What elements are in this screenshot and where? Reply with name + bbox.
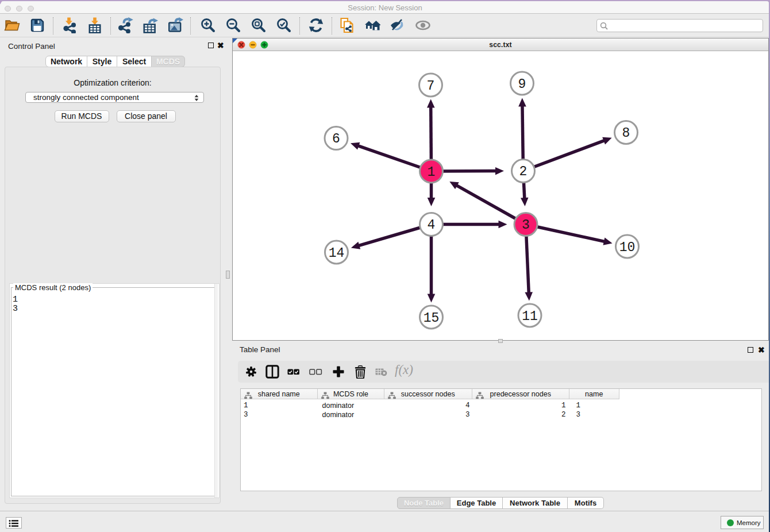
svg-text:7: 7 bbox=[427, 79, 435, 94]
svg-text:2: 2 bbox=[519, 164, 528, 179]
svg-text:10: 10 bbox=[619, 240, 636, 255]
svg-text:14: 14 bbox=[329, 246, 345, 261]
svg-text:11: 11 bbox=[522, 309, 538, 324]
svg-text:3: 3 bbox=[522, 218, 530, 233]
svg-text:4: 4 bbox=[428, 218, 436, 233]
svg-text:1: 1 bbox=[428, 165, 436, 180]
svg-text:8: 8 bbox=[622, 126, 630, 141]
svg-text:6: 6 bbox=[332, 132, 340, 147]
svg-text:15: 15 bbox=[424, 311, 440, 326]
svg-text:9: 9 bbox=[518, 77, 526, 92]
